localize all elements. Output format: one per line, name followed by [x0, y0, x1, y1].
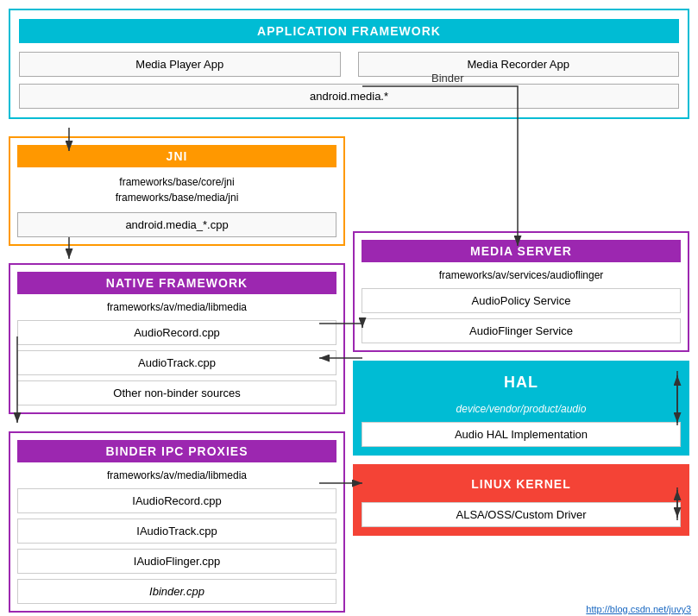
binder-item-2: IAudioFlinger.cpp	[17, 549, 336, 574]
kernel-title: LINUX KERNEL	[362, 473, 681, 495]
native-framework-block: NATIVE FRAMEWORK frameworks/av/media/lib…	[9, 263, 345, 414]
binder-ipc-block: BINDER IPC PROXIES frameworks/av/media/l…	[9, 431, 345, 613]
media-server-item-0: AudioPolicy Service	[362, 288, 681, 313]
native-framework-title: NATIVE FRAMEWORK	[17, 272, 336, 294]
app-framework-block: APPLICATION FRAMEWORK Media Player App M…	[9, 9, 689, 119]
native-item-0: AudioRecord.cpp	[17, 320, 336, 345]
media-recorder-box: Media Recorder App	[358, 52, 680, 77]
hal-path: device/vendor/product/audio	[362, 403, 681, 415]
hal-title: HAL	[362, 369, 681, 396]
jni-cpp-box: android.media_*.cpp	[17, 212, 336, 237]
media-server-block: MEDIA SERVER frameworks/av/services/audi…	[353, 231, 689, 352]
binder-ipc-title: BINDER IPC PROXIES	[17, 440, 336, 462]
native-item-1: AudioTrack.cpp	[17, 350, 336, 375]
media-server-path: frameworks/av/services/audioflinger	[362, 269, 681, 281]
watermark: http://blog.csdn.net/juvy3	[586, 604, 691, 614]
lower-section: JNI frameworks/base/core/jni frameworks/…	[9, 136, 689, 613]
right-column: MEDIA SERVER frameworks/av/services/audi…	[353, 136, 689, 613]
native-item-2: Other non-binder sources	[17, 380, 336, 405]
media-server-item-1: AudioFlinger Service	[362, 318, 681, 343]
native-framework-path: frameworks/av/media/libmedia	[17, 301, 336, 313]
left-column: JNI frameworks/base/core/jni frameworks/…	[9, 136, 345, 613]
jni-path: frameworks/base/core/jni frameworks/base…	[17, 174, 336, 205]
jni-title: JNI	[17, 145, 336, 167]
binder-ipc-path: frameworks/av/media/libmedia	[17, 469, 336, 481]
binder-item-3: Ibinder.cpp	[17, 579, 336, 604]
hal-block: HAL device/vendor/product/audio Audio HA…	[353, 361, 689, 456]
hal-item-0: Audio HAL Implementation	[362, 422, 681, 447]
kernel-block: LINUX KERNEL ALSA/OSS/Custom Driver	[353, 464, 689, 536]
kernel-item-0: ALSA/OSS/Custom Driver	[362, 502, 681, 527]
jni-block: JNI frameworks/base/core/jni frameworks/…	[9, 136, 345, 246]
app-framework-title: APPLICATION FRAMEWORK	[19, 19, 679, 43]
binder-item-0: IAudioRecord.cpp	[17, 488, 336, 513]
media-server-title: MEDIA SERVER	[362, 240, 681, 262]
diagram-container: APPLICATION FRAMEWORK Media Player App M…	[0, 0, 698, 616]
media-player-box: Media Player App	[19, 52, 341, 77]
binder-item-1: IAudioTrack.cpp	[17, 519, 336, 544]
android-media-box: android.media.*	[19, 84, 679, 109]
